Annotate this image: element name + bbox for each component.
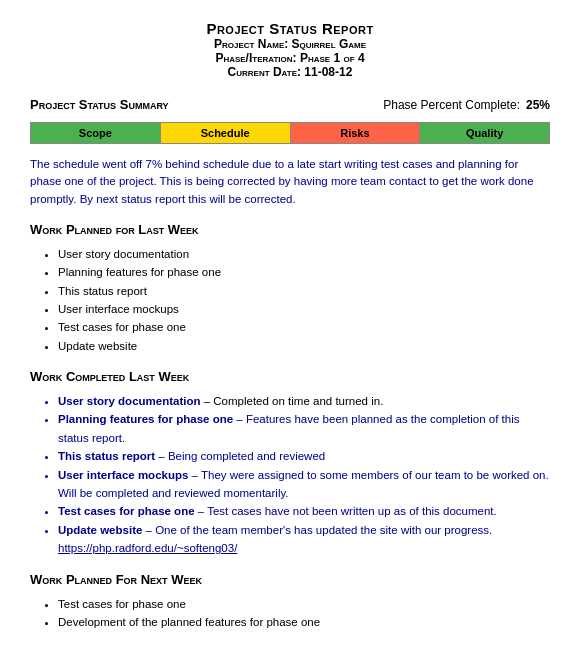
work-completed-last-week-list: User story documentation – Completed on … — [58, 392, 550, 558]
list-item: Planning features for phase one — [58, 263, 550, 281]
project-name: Project Name: Squirrel Game — [30, 37, 550, 51]
phase-iteration: Phase/Iteration: Phase 1 of 4 — [30, 51, 550, 65]
work-planned-next-week-list: Test cases for phase one Development of … — [58, 595, 550, 632]
status-summary-label: Project Status Summary — [30, 97, 169, 112]
report-header: Project Status Report Project Name: Squi… — [30, 20, 550, 79]
list-item: Development of the planned features for … — [58, 613, 550, 631]
status-summary-row: Project Status Summary Phase Percent Com… — [30, 97, 550, 112]
website-link[interactable]: https://php.radford.edu/~softeng03/ — [58, 542, 237, 554]
work-planned-next-week-title: Work Planned For Next Week — [30, 572, 550, 587]
phase-percent-value: 25% — [526, 98, 550, 112]
bar-scope: Scope — [31, 123, 161, 143]
progress-bar: Scope Schedule Risks Quality — [30, 122, 550, 144]
list-item: Test cases for phase one — [58, 595, 550, 613]
list-item: Update website — [58, 337, 550, 355]
list-item: User story documentation – Completed on … — [58, 392, 550, 410]
list-item: This status report — [58, 282, 550, 300]
list-item: User interface mockups — [58, 300, 550, 318]
list-item: This status report – Being completed and… — [58, 447, 550, 465]
summary-text: The schedule went off 7% behind schedule… — [30, 156, 550, 208]
list-item: User interface mockups – They were assig… — [58, 466, 550, 503]
current-date: Current Date: 11-08-12 — [30, 65, 550, 79]
bar-risks: Risks — [291, 123, 421, 143]
list-item: Planning features for phase one – Featur… — [58, 410, 550, 447]
work-completed-last-week-title: Work Completed Last Week — [30, 369, 550, 384]
phase-percent-label: Phase Percent Complete: — [383, 98, 520, 112]
work-planned-last-week-list: User story documentation Planning featur… — [58, 245, 550, 355]
list-item: User story documentation — [58, 245, 550, 263]
list-item: Test cases for phase one – Test cases ha… — [58, 502, 550, 520]
report-title: Project Status Report — [30, 20, 550, 37]
bar-schedule: Schedule — [161, 123, 291, 143]
list-item: Update website – One of the team member'… — [58, 521, 550, 558]
bar-quality: Quality — [420, 123, 549, 143]
list-item: Test cases for phase one — [58, 318, 550, 336]
work-planned-last-week-title: Work Planned for Last Week — [30, 222, 550, 237]
phase-percent: Phase Percent Complete: 25% — [383, 98, 550, 112]
